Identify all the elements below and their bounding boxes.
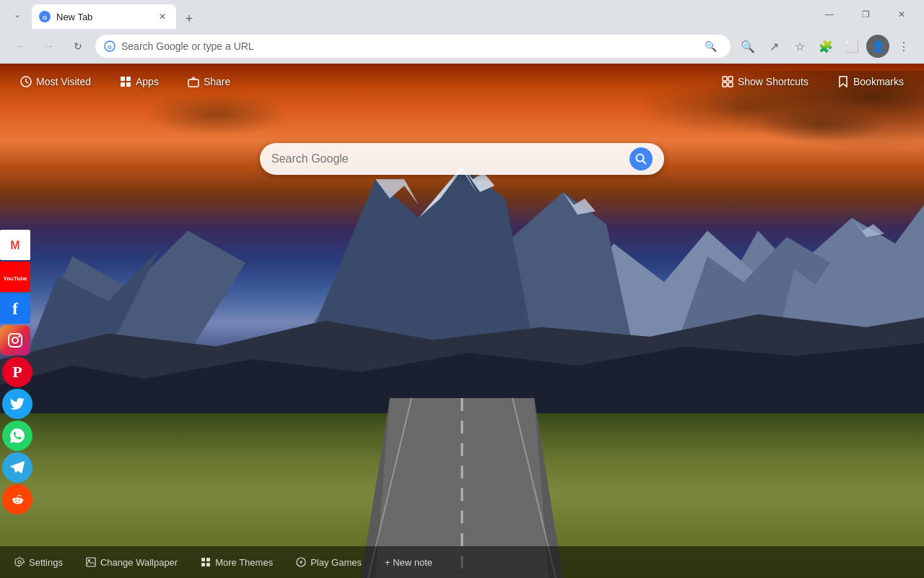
window-controls: — ❐ ✕ bbox=[813, 3, 918, 26]
shortcuts-icon bbox=[722, 76, 733, 87]
menu-icon[interactable]: ⋮ bbox=[892, 35, 915, 58]
wallpaper-background bbox=[0, 64, 924, 578]
youtube-icon-link[interactable]: YouTube bbox=[0, 262, 30, 292]
tab-close-button[interactable]: ✕ bbox=[156, 10, 169, 23]
search-magnify-icon bbox=[635, 153, 647, 165]
forward-button[interactable]: → bbox=[38, 35, 61, 58]
profile-icon[interactable]: 👤 bbox=[866, 35, 889, 58]
play-games-item[interactable]: Play Games bbox=[296, 557, 362, 568]
svg-text:G: G bbox=[43, 14, 47, 21]
svg-rect-51 bbox=[206, 558, 210, 561]
svg-rect-34 bbox=[728, 77, 733, 81]
svg-rect-53 bbox=[206, 563, 210, 566]
close-button[interactable]: ✕ bbox=[885, 3, 918, 26]
address-input-container[interactable]: G Search Google or type a URL 🔍 bbox=[95, 35, 731, 58]
svg-rect-30 bbox=[121, 82, 125, 87]
reddit-icon-link[interactable] bbox=[2, 484, 32, 514]
extensions-icon[interactable]: 🧩 bbox=[814, 35, 837, 58]
sidebar-icon[interactable]: ⬜ bbox=[840, 35, 863, 58]
search-input[interactable] bbox=[271, 152, 622, 165]
browser-frame: ⌄ G New Tab ✕ + — ❐ ✕ ← → ↻ G Sear bbox=[0, 0, 924, 578]
change-wallpaper-item[interactable]: Change Wallpaper bbox=[86, 557, 178, 568]
most-visited-nav[interactable]: Most Visited bbox=[14, 73, 97, 90]
gmail-icon-link[interactable]: M bbox=[0, 230, 30, 260]
search-submit-button[interactable] bbox=[629, 147, 653, 171]
svg-point-38 bbox=[637, 155, 644, 162]
themes-icon bbox=[201, 557, 211, 567]
settings-item[interactable]: Settings bbox=[14, 557, 63, 568]
reload-button[interactable]: ↻ bbox=[66, 35, 90, 58]
title-bar: ⌄ G New Tab ✕ + — ❐ ✕ bbox=[0, 0, 924, 29]
pinterest-icon-link[interactable]: P bbox=[2, 357, 32, 387]
share-nav[interactable]: Share bbox=[182, 73, 236, 90]
instagram-icon-link[interactable] bbox=[0, 325, 30, 355]
svg-rect-28 bbox=[121, 77, 125, 81]
svg-rect-31 bbox=[126, 82, 131, 87]
address-text: Search Google or type a URL bbox=[121, 40, 693, 52]
active-tab[interactable]: G New Tab ✕ bbox=[32, 4, 176, 29]
apps-nav[interactable]: Apps bbox=[114, 73, 165, 90]
tab-favicon: G bbox=[39, 11, 51, 22]
tab-title: New Tab bbox=[56, 12, 150, 22]
search-container bbox=[260, 143, 664, 175]
bookmarks-nav[interactable]: Bookmarks bbox=[832, 73, 910, 90]
telegram-icon-link[interactable] bbox=[2, 452, 32, 483]
svg-rect-35 bbox=[723, 82, 727, 87]
games-icon bbox=[296, 557, 306, 567]
wallpaper-icon bbox=[86, 557, 96, 567]
bookmark-icon[interactable]: ☆ bbox=[788, 35, 811, 58]
whatsapp-icon-link[interactable] bbox=[2, 420, 32, 451]
svg-marker-37 bbox=[840, 77, 847, 87]
search-box[interactable] bbox=[260, 143, 664, 175]
svg-text:G: G bbox=[108, 45, 112, 50]
svg-rect-32 bbox=[188, 79, 199, 87]
minimize-button[interactable]: — bbox=[813, 3, 846, 26]
more-themes-item[interactable]: More Themes bbox=[201, 557, 273, 568]
svg-text:YouTube: YouTube bbox=[3, 275, 27, 282]
search-icon[interactable]: 🔍 bbox=[736, 35, 759, 58]
new-note-item[interactable]: + New note bbox=[385, 557, 432, 568]
toolbar-icons: 🔍 ↗ ☆ 🧩 ⬜ 👤 ⋮ bbox=[736, 35, 915, 58]
clock-icon bbox=[20, 76, 32, 87]
svg-rect-33 bbox=[723, 77, 727, 81]
back-button[interactable]: ← bbox=[9, 35, 32, 58]
tab-group: G New Tab ✕ + bbox=[32, 0, 810, 29]
nt-bottom-bar: Settings Change Wallpaper More Themes Pl… bbox=[0, 546, 924, 578]
svg-rect-50 bbox=[201, 558, 205, 561]
google-icon: G bbox=[104, 40, 116, 52]
svg-text:M: M bbox=[10, 239, 19, 251]
svg-line-27 bbox=[26, 82, 28, 83]
nt-top-bar: Most Visited Apps Share Show Shortcuts B… bbox=[0, 64, 924, 100]
share-icon[interactable]: ↗ bbox=[762, 35, 785, 58]
svg-rect-48 bbox=[87, 558, 95, 566]
window-list-button[interactable]: ⌄ bbox=[6, 3, 29, 26]
share-icon bbox=[188, 76, 199, 87]
apps-icon bbox=[120, 76, 131, 87]
nt-nav-right: Show Shortcuts Bookmarks bbox=[716, 73, 910, 90]
svg-line-39 bbox=[643, 161, 647, 165]
side-icons-panel: M YouTube f P bbox=[0, 230, 32, 514]
new-tab-button[interactable]: + bbox=[179, 9, 199, 29]
facebook-icon-link[interactable]: f bbox=[0, 293, 30, 324]
show-shortcuts-nav[interactable]: Show Shortcuts bbox=[716, 73, 814, 90]
svg-point-46 bbox=[18, 335, 20, 337]
search-in-bar-icon[interactable]: 🔍 bbox=[699, 35, 722, 58]
svg-rect-36 bbox=[728, 82, 733, 87]
settings-icon bbox=[14, 557, 25, 567]
svg-rect-29 bbox=[126, 77, 131, 81]
bookmarks-icon bbox=[837, 76, 849, 87]
address-bar: ← → ↻ G Search Google or type a URL 🔍 🔍 … bbox=[0, 29, 924, 64]
twitter-icon-link[interactable] bbox=[2, 389, 32, 419]
svg-rect-52 bbox=[201, 563, 205, 566]
svg-point-45 bbox=[12, 337, 18, 343]
newtab-page: Most Visited Apps Share Show Shortcuts B… bbox=[0, 64, 924, 578]
maximize-button[interactable]: ❐ bbox=[849, 3, 882, 26]
